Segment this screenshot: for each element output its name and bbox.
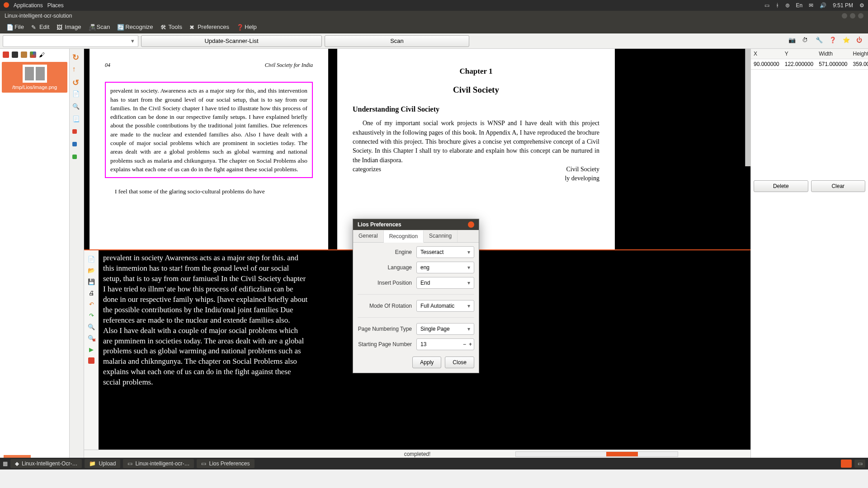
col-y: Y [782, 49, 816, 59]
clear-button[interactable]: Clear [811, 180, 866, 192]
screen-icon[interactable]: ▭ [764, 2, 769, 9]
print-icon[interactable]: 🖨 [89, 290, 94, 296]
table-row[interactable]: 90.000000 122.000000 571.000000 359.0000… [751, 59, 868, 70]
update-scanner-button[interactable]: Update-Scanner-List [141, 35, 322, 47]
thumbnail-panel: 🖌 /tmp/Lios/image.png [0, 49, 70, 458]
spinner-minus-icon[interactable]: − [463, 341, 466, 347]
mail-icon[interactable]: ✉ [809, 2, 813, 9]
color-wheel-icon[interactable] [30, 52, 36, 58]
zoom-in-icon[interactable]: 🔍 [72, 103, 81, 112]
doc-icon[interactable]: 📄 [72, 90, 81, 99]
task-label: Lios Preferences [209, 460, 250, 467]
dialog-titlebar[interactable]: Lios Preferences [353, 219, 479, 230]
help-toolbar-icon[interactable]: ❓ [829, 37, 838, 46]
brush-icon[interactable]: 🖌 [39, 52, 45, 58]
wifi-icon[interactable]: ⊚ [785, 2, 790, 9]
task-upload[interactable]: 📁 Upload [85, 459, 120, 468]
save-icon[interactable]: 💾 [88, 278, 95, 285]
undo-icon[interactable]: ↶ [89, 301, 94, 308]
dialog-close-icon[interactable] [468, 221, 474, 228]
select-rotation[interactable]: Full Automatic [416, 300, 474, 312]
black-square-icon[interactable] [12, 52, 18, 58]
menu-places[interactable]: Places [47, 2, 64, 9]
scrollbar-thumb[interactable] [606, 452, 638, 456]
document-scrollbar[interactable] [745, 49, 750, 166]
spinner-plus-icon[interactable]: + [469, 341, 472, 347]
select-engine[interactable]: Tesseract [416, 246, 474, 258]
tab-recognition[interactable]: Recognition [384, 230, 424, 243]
close-window-icon[interactable] [858, 13, 863, 19]
redo-icon[interactable]: ↷ [89, 312, 94, 319]
delete-button[interactable]: Delete [754, 180, 808, 192]
frag-1: categorizes [353, 165, 381, 174]
show-desktop-icon[interactable]: ▦ [3, 460, 8, 467]
search-icon[interactable]: 🔍 [88, 324, 95, 330]
workspace-1[interactable] [841, 460, 852, 468]
timer-icon[interactable]: ⏱ [802, 37, 811, 46]
task-preferences[interactable]: ▭ Lios Preferences [197, 459, 254, 468]
menu-scan[interactable]: 📠 Scan [86, 23, 113, 31]
select-language-value: eng [420, 264, 429, 271]
menu-file[interactable]: 📄 File [4, 23, 27, 31]
search-cancel-icon[interactable]: 🔍✖ [88, 335, 95, 342]
wrench-icon[interactable]: 🔧 [816, 37, 825, 46]
marker-green-icon[interactable] [72, 154, 81, 163]
play-icon[interactable]: ▶ [89, 346, 94, 353]
scan-button[interactable]: Scan [325, 35, 469, 47]
maximize-icon[interactable] [850, 13, 855, 19]
star-icon[interactable]: ⭐ [843, 37, 852, 46]
frag-3: ly developing [565, 175, 599, 182]
folder-icon[interactable] [21, 52, 27, 58]
select-numbering[interactable]: Single Page [416, 323, 474, 335]
red-square-icon[interactable] [3, 52, 9, 58]
menu-tools[interactable]: 🛠 Tools [158, 23, 185, 31]
move-up-icon[interactable] [72, 65, 81, 74]
task-lios-window[interactable]: ▭ Linux-intelligent-ocr-… [123, 459, 194, 468]
dialog-form: Engine Tesseract Language eng Insert Pos… [353, 243, 479, 354]
volume-icon[interactable]: 🔊 [820, 2, 826, 9]
stop-icon[interactable] [88, 357, 94, 365]
apply-button[interactable]: Apply [412, 357, 441, 368]
tab-scanning[interactable]: Scanning [424, 230, 458, 242]
select-language[interactable]: eng [416, 262, 474, 273]
marker-red-icon[interactable] [72, 128, 81, 137]
open-folder-icon[interactable]: 📂 [88, 267, 95, 274]
close-button[interactable]: Close [445, 357, 474, 368]
status-text: completed! [404, 451, 431, 457]
menu-applications[interactable]: Applications [14, 2, 43, 9]
menu-image[interactable]: 🖼 Image [54, 23, 84, 31]
task-lios-main[interactable]: ◆ Linux-Intelligent-Ocr-… [10, 459, 82, 468]
marker-blue-icon[interactable] [72, 141, 81, 150]
menu-edit[interactable]: ✎ Edit [28, 23, 52, 31]
menu-bar: 📄 File ✎ Edit 🖼 Image 📠 Scan 🔄 Recognize… [0, 21, 868, 33]
thumbnail-item[interactable]: /tmp/Lios/image.png [2, 62, 67, 93]
frag-2: Civil Society [566, 165, 600, 174]
menu-recognize[interactable]: 🔄 Recognize [114, 23, 156, 31]
new-doc-icon[interactable]: 📄 [88, 256, 95, 263]
menu-edit-label: Edit [39, 23, 49, 30]
menu-help[interactable]: ❓ Help [234, 23, 259, 31]
camera-icon[interactable]: 📷 [788, 37, 797, 46]
spinner-start-page[interactable]: 13 − + [416, 338, 474, 350]
tab-general[interactable]: General [353, 230, 384, 242]
minimize-icon[interactable] [842, 13, 847, 19]
gear-icon[interactable]: ⚙ [859, 2, 864, 9]
clock[interactable]: 9:51 PM [833, 2, 853, 9]
select-insert[interactable]: End [416, 277, 474, 289]
power-icon[interactable]: ⏻ [856, 37, 865, 46]
workspace-2[interactable]: ▭ [854, 460, 865, 468]
rotate-left-icon[interactable] [72, 78, 81, 87]
coordinates-panel: X Y Width Height 90.000000 122.000000 57… [750, 49, 868, 458]
doc-minus-icon[interactable]: 📃 [72, 116, 81, 125]
menu-preferences-label: Preferences [198, 23, 229, 30]
scan-button-label: Scan [390, 38, 404, 44]
scanner-dropdown[interactable] [3, 35, 138, 47]
menu-tools-label: Tools [169, 23, 182, 30]
language-indicator[interactable]: En [796, 2, 803, 9]
bluetooth-icon[interactable]: ᚼ [776, 2, 779, 9]
rotate-right-icon[interactable] [72, 52, 81, 61]
horizontal-scrollbar[interactable] [515, 451, 678, 457]
selection-box[interactable]: prevalent in society. Awareness acts as … [105, 82, 313, 178]
menu-preferences[interactable]: ✖ Preferences [187, 23, 232, 31]
dialog-tabs: General Recognition Scanning [353, 230, 479, 243]
